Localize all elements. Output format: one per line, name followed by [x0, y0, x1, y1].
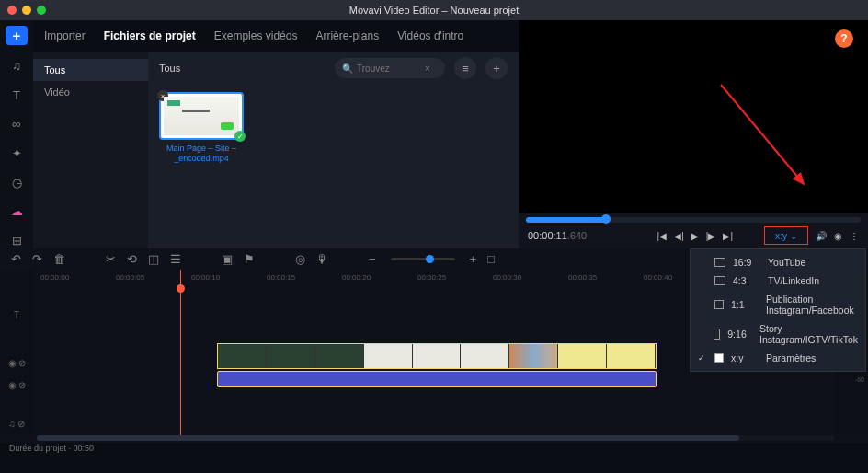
- more-tools-icon[interactable]: ◷: [7, 174, 26, 190]
- tab-arriere-plans[interactable]: Arrière-plans: [315, 29, 379, 42]
- video-link-label[interactable]: ◉⊘: [0, 375, 33, 397]
- video-clip[interactable]: [217, 343, 657, 369]
- clip-used-icon: ✓: [234, 131, 246, 142]
- transition-button[interactable]: ▣: [222, 252, 233, 266]
- project-duration: Durée du projet ∙ 00:50: [9, 444, 94, 453]
- category-column: Tous Vidéo: [33, 52, 148, 248]
- audio-icon[interactable]: ♫: [7, 58, 26, 75]
- aspect-option-1-1[interactable]: 1:1Publication Instagram/Facebook: [691, 290, 865, 319]
- delete-button[interactable]: 🗑: [53, 252, 65, 266]
- tab-exemples[interactable]: Exemples vidéos: [214, 29, 298, 42]
- titles-icon[interactable]: T: [7, 87, 26, 104]
- crop-button[interactable]: ◫: [148, 252, 159, 266]
- thumbnail-label: Main Page – Site –_encoded.mp4: [159, 144, 244, 164]
- aspect-option-custom[interactable]: ✓x:yParamètres: [691, 349, 865, 367]
- files-header-label: Tous: [159, 63, 180, 74]
- tab-videos-intro[interactable]: Vidéos d'intro: [397, 29, 463, 42]
- top-tabs: Importer Fichiers de projet Exemples vid…: [33, 20, 519, 52]
- prev-clip-button[interactable]: |◀: [657, 231, 668, 241]
- sort-button[interactable]: ≡: [454, 57, 476, 79]
- timeline-scrollbar[interactable]: [37, 435, 835, 441]
- thumbnail-preview: [164, 97, 239, 135]
- aspect-ratio-button[interactable]: x:y⌄: [764, 226, 808, 245]
- media-thumbnail[interactable]: × ✓ Main Page – Site –_encoded.mp4: [159, 92, 244, 164]
- aspect-option-9-16[interactable]: 9:16Story Instagram/IGTV/TikTok: [691, 319, 865, 349]
- search-box[interactable]: 🔍 ×: [335, 58, 445, 78]
- video-track-label[interactable]: ◉⊘: [0, 352, 33, 375]
- preview-panel: ? 00:00:11.640 |◀ ◀| ▶ |▶ ▶| x:y⌄: [519, 20, 868, 248]
- minimize-window[interactable]: [22, 6, 31, 15]
- category-video[interactable]: Vidéo: [33, 81, 148, 103]
- stickers-icon[interactable]: ☁: [7, 203, 26, 220]
- help-button[interactable]: ?: [835, 29, 853, 48]
- timecode: 00:00:11.640: [528, 230, 587, 241]
- aspect-option-16-9[interactable]: 16:9YouTube: [691, 253, 865, 271]
- audio-track-label[interactable]: ♫⊘: [0, 413, 33, 435]
- playhead[interactable]: [180, 270, 181, 435]
- record-audio-button[interactable]: 🎙: [316, 252, 328, 266]
- transitions-icon[interactable]: ∞: [7, 116, 26, 133]
- aspect-option-4-3[interactable]: 4:3TV/LinkedIn: [691, 271, 865, 290]
- marker-button[interactable]: ⚑: [244, 252, 255, 266]
- more-options-button[interactable]: ⋮: [850, 231, 859, 241]
- tab-fichiers-projet[interactable]: Fichiers de projet: [104, 29, 196, 42]
- seek-slider[interactable]: [526, 217, 861, 223]
- next-clip-button[interactable]: ▶|: [723, 231, 733, 241]
- add-file-button[interactable]: +: [485, 57, 508, 79]
- fit-button[interactable]: □: [487, 252, 495, 266]
- search-input[interactable]: [357, 63, 421, 74]
- zoom-out-button[interactable]: −: [369, 252, 376, 266]
- maximize-window[interactable]: [37, 6, 46, 15]
- play-button[interactable]: ▶: [691, 231, 699, 241]
- chevron-down-icon: ⌄: [790, 231, 797, 241]
- zoom-in-button[interactable]: +: [470, 252, 477, 266]
- add-media-button[interactable]: +: [6, 26, 28, 45]
- category-tous[interactable]: Tous: [33, 59, 148, 81]
- color-button[interactable]: ☰: [170, 252, 181, 266]
- stabilize-button[interactable]: ◎: [295, 252, 305, 266]
- close-window[interactable]: [7, 6, 17, 15]
- undo-button[interactable]: ↶: [11, 252, 21, 266]
- volume-button[interactable]: 🔊: [816, 231, 827, 241]
- audio-clip[interactable]: [217, 371, 657, 387]
- redo-button[interactable]: ↷: [32, 252, 42, 266]
- aspect-ratio-menu: 16:9YouTube 4:3TV/LinkedIn 1:1Publicatio…: [690, 248, 866, 372]
- window-title: Movavi Video Editor – Nouveau projet: [349, 5, 519, 16]
- effects-icon[interactable]: ✦: [7, 145, 26, 162]
- snapshot-button[interactable]: ◉: [834, 231, 842, 241]
- zoom-slider[interactable]: [391, 258, 455, 260]
- search-icon: 🔍: [342, 63, 353, 74]
- text-track-label[interactable]: T: [0, 305, 33, 327]
- rotate-button[interactable]: ⟲: [127, 252, 137, 266]
- elements-icon[interactable]: ⊞: [7, 232, 26, 248]
- clear-search-icon[interactable]: ×: [425, 63, 430, 74]
- video-viewer[interactable]: [519, 20, 868, 213]
- step-forward-button[interactable]: |▶: [706, 231, 716, 241]
- tab-importer[interactable]: Importer: [44, 29, 86, 42]
- left-sidebar: + ♫ T ∞ ✦ ◷ ☁ ⊞: [0, 20, 33, 248]
- split-button[interactable]: ✂: [106, 252, 116, 266]
- step-back-button[interactable]: ◀|: [674, 231, 684, 241]
